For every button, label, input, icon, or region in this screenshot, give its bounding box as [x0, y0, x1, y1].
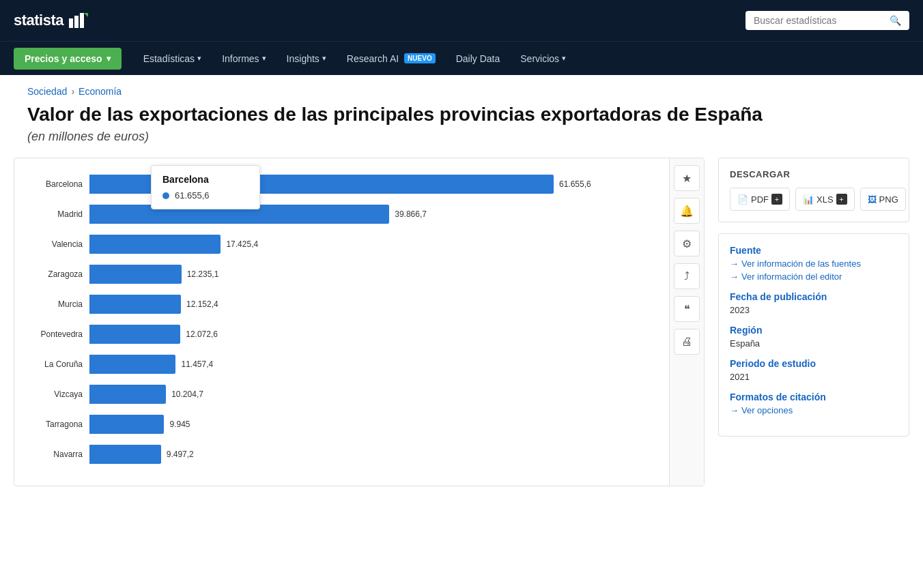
bar-row: Vizcaya10.204,7: [28, 382, 628, 407]
bar-fill: [89, 265, 182, 284]
bar-row: Barcelona61.655,6: [28, 172, 628, 196]
search-bar[interactable]: 🔍: [746, 11, 909, 30]
download-buttons: 📄 PDF + 📊 XLS + 🖼 PNG: [730, 188, 898, 211]
bar-value: 9.497,2: [167, 450, 194, 459]
formatos-label: Formatos de citación: [730, 392, 898, 402]
logo[interactable]: statista: [14, 12, 88, 29]
bar-track: 12.235,1: [89, 265, 628, 284]
region-label: Región: [730, 325, 898, 336]
fuente-label: Fuente: [730, 245, 898, 256]
info-fuente: Fuente Ver información de las fuentes Ve…: [730, 245, 898, 282]
page-title: Valor de las exportaciones de las princi…: [0, 102, 923, 130]
bar-label: Madrid: [28, 209, 89, 219]
chevron-down-icon: ▾: [562, 54, 566, 63]
nav-item-estadisticas[interactable]: Estadísticas ▾: [135, 49, 210, 68]
nav-link-servicios[interactable]: Servicios ▾: [512, 49, 574, 68]
nav-link-daily-data[interactable]: Daily Data: [448, 49, 509, 68]
nav-link-insights[interactable]: Insights ▾: [279, 49, 335, 68]
bar-row: Pontevedra12.072,6: [28, 322, 628, 347]
xls-plus-icon: +: [836, 194, 847, 205]
bar-fill: [89, 295, 181, 314]
pdf-plus-icon: +: [771, 194, 782, 205]
bar-label: La Coruña: [28, 359, 89, 369]
nav-link-estadisticas[interactable]: Estadísticas ▾: [135, 49, 210, 68]
bar-track: 17.425,4: [89, 235, 628, 254]
main-content: Barcelona 61.655,6 Barcelona61.655,6Madr…: [0, 158, 923, 486]
download-pdf-button[interactable]: 📄 PDF +: [730, 188, 790, 211]
nav-item-servicios[interactable]: Servicios ▾: [512, 49, 574, 68]
bar-value: 9.945: [169, 420, 190, 429]
svg-rect-0: [69, 18, 73, 28]
chart-area: Barcelona 61.655,6 Barcelona61.655,6Madr…: [14, 158, 669, 486]
periodo-value: 2021: [730, 372, 898, 382]
breadcrumb-separator: ›: [71, 86, 74, 97]
alert-button[interactable]: 🔔: [674, 198, 700, 224]
nav-item-informes[interactable]: Informes ▾: [214, 49, 274, 68]
download-xls-button[interactable]: 📊 XLS +: [795, 188, 855, 211]
bar-row: Valencia17.425,4: [28, 232, 628, 256]
fuente-link-2[interactable]: Ver información del editor: [730, 271, 898, 282]
fecha-value: 2023: [730, 305, 898, 315]
search-input[interactable]: [754, 15, 890, 26]
bar-fill: [89, 235, 221, 254]
nav-link-research-ai[interactable]: Research AI NUEVO: [339, 49, 444, 68]
bar-row: La Coruña11.457,4: [28, 352, 628, 377]
action-sidebar: ★ 🔔 ⚙ ⤴ ❝ 🖨: [669, 158, 704, 486]
print-button[interactable]: 🖨: [674, 329, 700, 355]
formatos-link[interactable]: Ver opciones: [730, 405, 898, 415]
logo-text: statista: [14, 12, 63, 29]
tooltip-value-row: 61.655,6: [162, 190, 248, 201]
nav-item-daily-data[interactable]: Daily Data: [448, 49, 509, 68]
bar-label: Tarragona: [28, 420, 89, 429]
nav-link-informes[interactable]: Informes ▾: [214, 49, 274, 68]
bar-label: Zaragoza: [28, 269, 89, 279]
xls-icon: 📊: [803, 194, 814, 205]
svg-rect-2: [80, 13, 84, 28]
svg-rect-1: [74, 16, 79, 28]
bar-row: Murcia12.152,4: [28, 292, 628, 317]
bookmark-button[interactable]: ★: [674, 165, 700, 191]
bar-label: Barcelona: [28, 179, 89, 189]
tooltip-title: Barcelona: [162, 174, 248, 185]
bar-fill: [89, 445, 161, 464]
main-nav: Precios y acceso Estadísticas ▾ Informes…: [0, 41, 923, 75]
bar-track: 10.204,7: [89, 385, 628, 404]
bar-fill: [89, 325, 180, 344]
nav-item-insights[interactable]: Insights ▾: [279, 49, 335, 68]
bar-fill: [89, 385, 166, 404]
bar-label: Valencia: [28, 239, 89, 249]
bar-value: 61.655,6: [559, 179, 591, 189]
fuente-link-1[interactable]: Ver información de las fuentes: [730, 259, 898, 269]
settings-button[interactable]: ⚙: [674, 231, 700, 256]
breadcrumb-sociedad[interactable]: Sociedad: [27, 86, 67, 97]
chevron-down-icon: ▾: [197, 54, 201, 63]
breadcrumb-economia[interactable]: Economía: [79, 86, 122, 97]
pdf-icon: 📄: [737, 194, 748, 205]
cite-button[interactable]: ❝: [674, 296, 700, 322]
badge-nuevo: NUEVO: [404, 53, 436, 63]
download-title: DESCARGAR: [730, 169, 898, 179]
bar-chart: Barcelona61.655,6Madrid39.866,7Valencia1…: [28, 172, 628, 467]
nav-item-research-ai[interactable]: Research AI NUEVO: [339, 49, 444, 68]
bar-value: 12.152,4: [186, 299, 218, 309]
tooltip-dot-icon: [162, 192, 169, 199]
bar-track: 12.072,6: [89, 325, 628, 344]
share-button[interactable]: ⤴: [674, 263, 700, 289]
tooltip-value: 61.655,6: [175, 190, 210, 201]
bar-value: 11.457,4: [181, 359, 213, 369]
bar-value: 12.072,6: [186, 329, 218, 339]
download-section: DESCARGAR 📄 PDF + 📊 XLS + 🖼 PNG: [718, 158, 909, 222]
bar-fill: [89, 355, 175, 374]
search-icon: 🔍: [890, 15, 901, 26]
tooltip-box: Barcelona 61.655,6: [151, 165, 260, 209]
bar-track: 11.457,4: [89, 355, 628, 374]
download-png-button[interactable]: 🖼 PNG: [860, 188, 906, 211]
info-section: Fuente Ver información de las fuentes Ve…: [718, 233, 909, 437]
bar-row: Navarra9.497,2: [28, 442, 628, 467]
cta-button[interactable]: Precios y acceso: [14, 48, 122, 70]
png-icon: 🖼: [868, 194, 877, 205]
nav-items: Estadísticas ▾ Informes ▾ Insights ▾ Res…: [135, 49, 574, 68]
logo-icon: [69, 13, 88, 28]
region-value: España: [730, 338, 898, 349]
info-fecha: Fecha de publicación 2023: [730, 291, 898, 315]
